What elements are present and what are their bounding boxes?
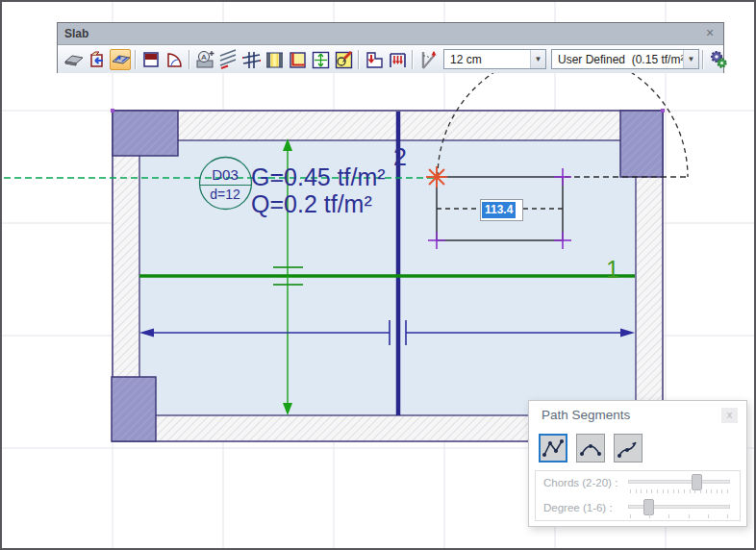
- slab-direction-icon[interactable]: [110, 49, 131, 70]
- toolbar-separator: [702, 50, 704, 69]
- arc-segment-button[interactable]: [576, 434, 605, 462]
- dimension-input[interactable]: 113.4: [480, 199, 523, 221]
- slab-half-fill-icon[interactable]: [140, 49, 162, 70]
- distributed-load-icon[interactable]: [387, 49, 408, 70]
- slab-thickness-value: 12 cm: [444, 53, 530, 66]
- chords-slider-thumb[interactable]: [692, 474, 702, 490]
- slab-arc-edge-icon[interactable]: [164, 49, 185, 70]
- point-load-icon[interactable]: [364, 49, 385, 70]
- slab-tag-id: D03: [212, 166, 239, 183]
- slab-3d-icon[interactable]: [63, 49, 85, 70]
- slope-lines-icon[interactable]: [217, 49, 239, 70]
- degree-slider[interactable]: [628, 498, 730, 521]
- close-icon[interactable]: x: [721, 408, 738, 423]
- axis2-label: 2: [393, 143, 407, 170]
- chords-slider[interactable]: [628, 473, 730, 496]
- axis1-label: 1: [606, 256, 619, 283]
- application-canvas: D03 d=12 G=0.45 tf/m² Q=0.2 tf/m² 2 1 11…: [0, 0, 756, 550]
- degree-slider-ticks: [630, 514, 728, 519]
- chords-slider-track[interactable]: [628, 480, 730, 484]
- column-top-right[interactable]: [620, 111, 663, 177]
- slab-paste-icon[interactable]: [87, 49, 108, 70]
- slab-load-value: User Defined (0.15 tf/m²): [552, 53, 683, 66]
- slab-corner-vertex-left[interactable]: [111, 109, 114, 112]
- slab-toolbar-title: Slab: [58, 27, 88, 40]
- toolbar-separator: [135, 50, 137, 69]
- slab-rename-icon[interactable]: A: [194, 49, 215, 70]
- slab-tag-thickness: d=12: [210, 187, 240, 202]
- slab-load-combobox[interactable]: User Defined (0.15 tf/m²) ▼: [551, 49, 699, 69]
- chords-slider-ticks: [630, 489, 728, 494]
- column-strip-icon[interactable]: [264, 49, 285, 70]
- slab-toolbar-window: Slab ×: [57, 22, 724, 73]
- snap-star-marker: [426, 166, 447, 188]
- live-load-text: Q=0.2 tf/m²: [251, 190, 372, 217]
- degree-label: Degree (1-6) :: [543, 502, 613, 513]
- chevron-down-icon[interactable]: ▼: [683, 50, 698, 68]
- path-segments-panel: Path Segments x Chords (2-20) : Degree (…: [528, 400, 747, 527]
- dead-load-text: G=0.45 tf/m²: [251, 163, 386, 190]
- slab-toolbar-iconrow: A: [58, 45, 723, 73]
- slab-corner-vertex-right[interactable]: [661, 109, 665, 112]
- toolbar-separator: [412, 50, 414, 69]
- span-arrows-icon[interactable]: [310, 49, 331, 70]
- toolbar-separator: [358, 50, 360, 69]
- hatch-grid-icon[interactable]: [240, 49, 262, 70]
- toolbar-separator: [189, 50, 190, 69]
- edit-area-icon[interactable]: [333, 49, 354, 70]
- spline-segment-button[interactable]: [614, 434, 643, 462]
- degree-slider-thumb[interactable]: [643, 499, 654, 515]
- dimension-value: 113.4: [482, 202, 516, 218]
- segment-options-group: Chords (2-20) : Degree (1-6) :: [535, 470, 741, 521]
- svg-text:A: A: [201, 53, 207, 62]
- chords-label: Chords (2-20) :: [543, 477, 617, 488]
- dimension-angle-icon[interactable]: [417, 49, 439, 70]
- polyline-segment-button[interactable]: [539, 434, 567, 462]
- settings-gears-icon[interactable]: [708, 49, 729, 70]
- corner-region-icon[interactable]: [287, 49, 308, 70]
- column-top-left[interactable]: [113, 111, 178, 156]
- slab-toolbar-titlebar[interactable]: Slab ×: [58, 23, 723, 45]
- close-icon[interactable]: ×: [702, 25, 718, 40]
- slab-thickness-combobox[interactable]: 12 cm ▼: [443, 49, 546, 69]
- chevron-down-icon[interactable]: ▼: [530, 50, 545, 68]
- column-bottom-left[interactable]: [112, 377, 156, 441]
- path-segments-title: Path Segments: [542, 408, 630, 422]
